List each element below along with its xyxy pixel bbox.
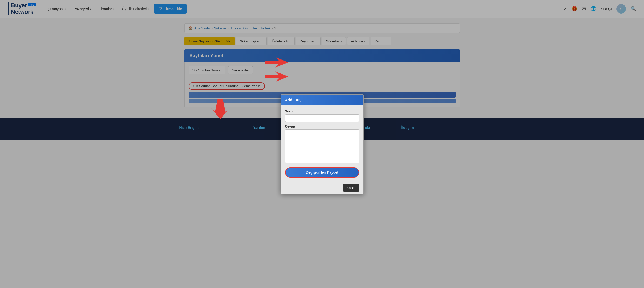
modal-overlay: Add FAQ Soru Cevap Değişiklikleri Kaydet…	[0, 0, 644, 140]
soru-label: Soru	[285, 109, 359, 113]
add-faq-modal: Add FAQ Soru Cevap Değişiklikleri Kaydet…	[281, 94, 364, 140]
cevap-textarea[interactable]	[285, 129, 359, 140]
modal-header: Add FAQ	[281, 95, 363, 105]
modal-body: Soru Cevap Değişiklikleri Kaydet	[281, 105, 363, 140]
cevap-label: Cevap	[285, 124, 359, 128]
soru-input[interactable]	[285, 114, 359, 122]
